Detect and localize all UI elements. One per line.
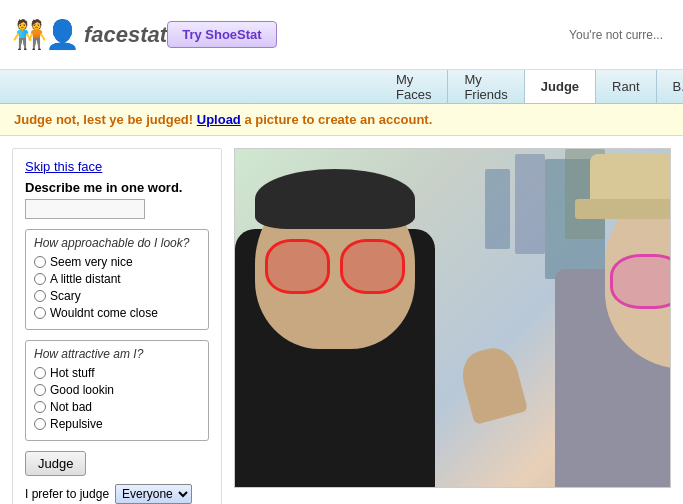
attractive-option-3[interactable]: Repulsive — [34, 417, 200, 431]
skip-face-link[interactable]: Skip this face — [25, 159, 209, 174]
navbar: My Faces My Friends Judge Rant B... — [0, 70, 683, 104]
judge-button[interactable]: Judge — [25, 451, 86, 476]
approachable-option-2[interactable]: Scary — [34, 289, 200, 303]
attractive-option-1[interactable]: Good lookin — [34, 383, 200, 397]
bg-element — [485, 169, 510, 249]
header: 🧑‍🤝‍🧑👤 facestat Try ShoeStat You're not … — [0, 0, 683, 70]
banner: Judge not, lest ye be judged! Upload a p… — [0, 104, 683, 136]
left-panel: Skip this face Describe me in one word. … — [12, 148, 222, 504]
nav-my-faces[interactable]: My Faces — [380, 70, 448, 103]
prefer-label: I prefer to judge — [25, 487, 109, 501]
bg-element — [515, 154, 545, 254]
main-content: Skip this face Describe me in one word. … — [0, 136, 683, 504]
person-1-hair — [255, 169, 415, 229]
approachable-question-box: How approachable do I look? Seem very ni… — [25, 229, 209, 330]
banner-text-before: Judge not, lest ye be judged! — [14, 112, 197, 127]
person-2-hat-brim — [575, 199, 671, 219]
attractive-option-2[interactable]: Not bad — [34, 400, 200, 414]
logo-figures: 🧑‍🤝‍🧑👤 — [12, 18, 78, 51]
nav-my-friends[interactable]: My Friends — [448, 70, 524, 103]
nav-more[interactable]: B... — [657, 70, 683, 103]
attractive-question-title: How attractive am I? — [34, 347, 200, 361]
attractive-option-0[interactable]: Hot stuff — [34, 366, 200, 380]
upload-link[interactable]: Upload — [197, 112, 241, 127]
describe-label: Describe me in one word. — [25, 180, 209, 195]
pink-glasses-left — [610, 254, 671, 309]
nav-judge[interactable]: Judge — [525, 70, 596, 103]
approachable-question-title: How approachable do I look? — [34, 236, 200, 250]
approachable-option-3[interactable]: Wouldnt come close — [34, 306, 200, 320]
approachable-option-0[interactable]: Seem very nice — [34, 255, 200, 269]
photo-area — [234, 148, 671, 504]
logo-area: 🧑‍🤝‍🧑👤 facestat — [12, 18, 167, 51]
prefer-select[interactable]: Everyone Men Women — [115, 484, 192, 504]
shoestat-button[interactable]: Try ShoeStat — [167, 21, 276, 48]
banner-text-after: a picture to create an account. — [241, 112, 432, 127]
person-1-hand — [457, 343, 528, 425]
header-status: You're not curre... — [569, 28, 671, 42]
logo-text: facestat — [84, 22, 167, 48]
photo-image — [234, 148, 671, 488]
nav-rant[interactable]: Rant — [596, 70, 656, 103]
attractive-question-box: How attractive am I? Hot stuff Good look… — [25, 340, 209, 441]
prefer-row: I prefer to judge Everyone Men Women — [25, 484, 209, 504]
approachable-option-1[interactable]: A little distant — [34, 272, 200, 286]
red-glasses-left — [265, 239, 330, 294]
describe-input[interactable] — [25, 199, 145, 219]
red-glasses-right — [340, 239, 405, 294]
